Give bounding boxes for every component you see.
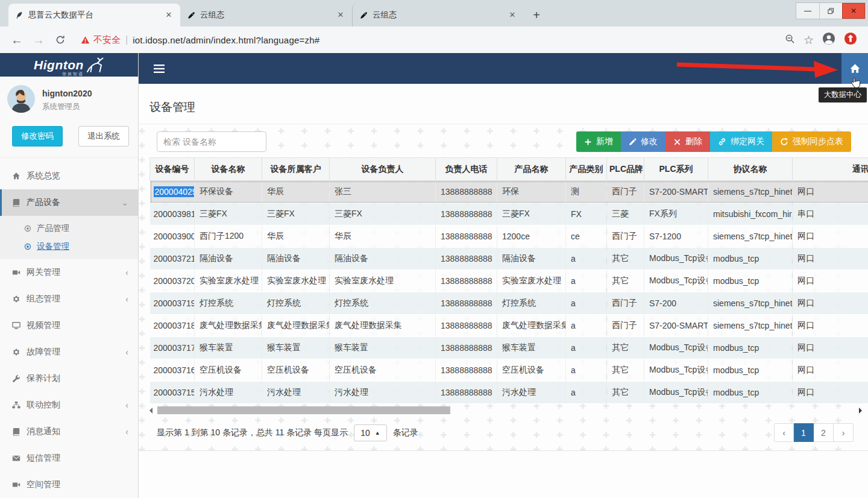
- table-cell: S7-200-SMART: [644, 315, 708, 337]
- sidebar-item-linkage[interactable]: 联动控制‹: [0, 392, 138, 418]
- main-content: 设备管理 ✚ ✚ ✚ ✚ ✚ ✚ ✚ ✚ ✚ ✚ ✚ ✚ ✚ ✚ ✚ ✚ ✚ ✚…: [139, 84, 868, 498]
- table-cell: 三菱FX: [195, 203, 262, 225]
- reload-button[interactable]: [51, 30, 70, 49]
- pager-next[interactable]: ›: [834, 423, 854, 442]
- sidebar-item-sms[interactable]: 短信管理: [0, 445, 138, 471]
- pager-page-1[interactable]: 1: [794, 423, 814, 442]
- logout-button[interactable]: 退出系统: [78, 126, 129, 147]
- table-row[interactable]: 200003721隔油设备隔油设备隔油设备13888888888隔油设备a其它M…: [150, 248, 868, 270]
- chevron-left-icon: ‹: [125, 268, 128, 277]
- column-header[interactable]: 产品名称: [497, 158, 566, 181]
- table-cell: modbus_tcp: [708, 270, 793, 292]
- column-header[interactable]: 产品类别: [566, 158, 607, 181]
- table-cell: 空压机设备: [262, 359, 330, 382]
- restore-button[interactable]: [819, 3, 842, 19]
- table-row[interactable]: 200003719灯控系统灯控系统灯控系统13888888888灯控系统a西门子…: [150, 292, 868, 315]
- bookmark-star-icon[interactable]: ☆: [804, 33, 814, 47]
- browser-update-icon[interactable]: [844, 32, 857, 48]
- table-cell: 200003716: [150, 359, 195, 382]
- restore-icon: [828, 8, 834, 14]
- sidebar-item-video[interactable]: 视频管理: [0, 312, 138, 339]
- sidebar-item-products[interactable]: 产品设备⌄: [0, 189, 138, 216]
- sidebar-item-label: 系统总览: [27, 171, 128, 181]
- sidebar-item-message[interactable]: 消息通知‹: [0, 418, 138, 445]
- column-header[interactable]: 设备负责人: [330, 158, 436, 181]
- browser-tab[interactable]: 思普云大数据平台✕: [8, 4, 180, 27]
- browser-tab[interactable]: 云组态✕: [180, 4, 352, 27]
- back-button[interactable]: ←: [7, 30, 27, 49]
- column-header[interactable]: PLC系列: [644, 158, 708, 181]
- sidebar-item-gateway[interactable]: 网关管理‹: [0, 259, 138, 286]
- sidebar-item-space[interactable]: 空间管理: [0, 471, 138, 498]
- table-row[interactable]: 200003717猴车装置猴车装置猴车装置13888888888猴车装置a其它M…: [150, 337, 868, 359]
- close-button[interactable]: ✕: [842, 3, 865, 19]
- table-row[interactable]: 200003715污水处理污水处理污水处理13888888888污水处理a其它M…: [150, 382, 868, 404]
- user-name: hignton2020: [42, 89, 92, 98]
- forward-button[interactable]: →: [29, 30, 48, 49]
- sidebar-item-fault[interactable]: 故障管理‹: [0, 339, 138, 365]
- profile-avatar-icon[interactable]: [822, 32, 835, 48]
- table-cell: 网口: [793, 315, 868, 337]
- column-header[interactable]: 协议名称: [708, 158, 793, 181]
- change-password-button[interactable]: 修改密码: [12, 126, 63, 147]
- table-row[interactable]: 200003720实验室废水处理实验室废水处理实验室废水处理1388888888…: [150, 270, 868, 292]
- scroll-right-icon[interactable]: [859, 408, 862, 414]
- column-header[interactable]: 通讯方式: [793, 158, 868, 181]
- pager-prev[interactable]: ‹: [774, 423, 794, 442]
- new-tab-button[interactable]: +: [527, 6, 546, 24]
- table-row[interactable]: 200003718废气处理数据采集废气处理数据采集废气处理数据采集1388888…: [150, 315, 868, 337]
- tab-close-icon[interactable]: ✕: [335, 10, 346, 20]
- security-warning[interactable]: 不安全: [81, 34, 121, 46]
- page-size-dropdown[interactable]: 10 ▲: [354, 424, 387, 441]
- table-cell: 200003715: [150, 382, 195, 404]
- table-cell: 环保: [497, 181, 566, 203]
- sync-button[interactable]: 强制同步点表: [772, 131, 851, 152]
- table-row[interactable]: 200004029环保设备华辰张三13888888888环保测西门子S7-200…: [150, 181, 868, 203]
- sidebar-item-device-mgmt[interactable]: 设备管理: [0, 238, 138, 256]
- tab-close-icon[interactable]: ✕: [163, 10, 174, 20]
- table-cell: 三菱: [607, 203, 644, 225]
- horizontal-scrollbar[interactable]: [149, 406, 862, 416]
- column-header[interactable]: PLC品牌: [607, 158, 644, 181]
- column-header[interactable]: 设备编号: [150, 158, 195, 181]
- table-row[interactable]: 200003900西门子1200华辰华辰138888888881200cece西…: [150, 225, 868, 248]
- scrollbar-thumb[interactable]: [157, 406, 450, 414]
- delete-button[interactable]: 删除: [665, 131, 710, 152]
- table-cell: Modbus_Tcp设备: [644, 248, 708, 270]
- browser-tab[interactable]: 云组态✕: [352, 4, 524, 27]
- zoom-out-indicator-icon[interactable]: [785, 34, 795, 46]
- minimize-button[interactable]: —: [796, 3, 819, 19]
- column-header[interactable]: 设备所属客户: [262, 158, 330, 181]
- table-cell: 西门子: [607, 315, 644, 337]
- url-bar[interactable]: 不安全 | iot.idosp.net/admin/index.html?lan…: [72, 30, 782, 49]
- search-input[interactable]: [157, 131, 266, 152]
- table-cell: 实验室废水处理: [330, 270, 436, 292]
- user-role: 系统管理员: [42, 102, 92, 112]
- pager: ‹12›: [774, 423, 854, 442]
- toolbar: 新增修改删除绑定网关强制同步点表: [576, 131, 851, 152]
- tab-close-icon[interactable]: ✕: [507, 10, 518, 20]
- pager-page-2[interactable]: 2: [814, 423, 834, 442]
- sidebar-item-product-mgmt[interactable]: 产品管理: [0, 219, 138, 238]
- table-cell: Modbus_Tcp设备: [644, 337, 708, 359]
- column-header[interactable]: 设备名称: [195, 158, 262, 181]
- table-cell: 隔油设备: [262, 248, 330, 270]
- menu-toggle-button[interactable]: [147, 57, 171, 81]
- edit-button[interactable]: 修改: [621, 131, 665, 152]
- avatar[interactable]: [7, 85, 35, 115]
- table-cell: 西门子: [607, 181, 644, 203]
- sidebar-item-scada[interactable]: 组态管理‹: [0, 286, 138, 312]
- bigdata-center-button[interactable]: [841, 53, 868, 84]
- user-box: hignton2020 系统管理员: [0, 77, 138, 121]
- chevron-down-icon: ⌄: [121, 198, 128, 207]
- table-cell: 网口: [793, 337, 868, 359]
- column-header[interactable]: 负责人电话: [436, 158, 497, 181]
- sidebar-item-maintenance[interactable]: 保养计划: [0, 365, 138, 392]
- table-row[interactable]: 200003716空压机设备空压机设备空压机设备13888888888空压机设备…: [150, 359, 868, 382]
- sidebar-item-overview[interactable]: 系统总览: [0, 163, 138, 189]
- table-cell: siemens_s7tcp_hinet: [708, 181, 793, 203]
- add-button[interactable]: 新增: [576, 131, 621, 152]
- table-row[interactable]: 200003981三菱FX三菱FX三菱FX13888888888三菱FXFX三菱…: [150, 203, 868, 225]
- scroll-left-icon[interactable]: [149, 408, 153, 414]
- bind-button[interactable]: 绑定网关: [710, 131, 772, 152]
